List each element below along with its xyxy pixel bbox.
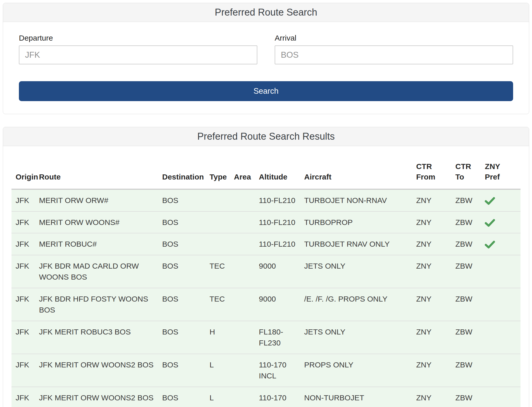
arrival-input[interactable] xyxy=(275,45,513,64)
cell-zny-pref xyxy=(485,288,521,321)
results-panel-title: Preferred Route Search Results xyxy=(3,127,529,146)
cell-type xyxy=(210,211,234,233)
column-header-area: Area xyxy=(234,149,259,189)
departure-input[interactable] xyxy=(19,45,257,64)
cell-ctr-from: ZNY xyxy=(416,255,455,288)
cell-zny-pref xyxy=(485,233,521,255)
cell-area xyxy=(234,255,259,288)
cell-ctr-from: ZNY xyxy=(416,211,455,233)
cell-aircraft: TURBOJET RNAV ONLY xyxy=(304,233,416,255)
search-panel: Preferred Route Search Departure Arrival… xyxy=(3,3,529,114)
cell-area xyxy=(234,189,259,211)
cell-destination: BOS xyxy=(162,354,209,387)
cell-altitude: 9000 xyxy=(259,288,304,321)
arrival-field-group: Arrival xyxy=(275,34,513,64)
search-button[interactable]: Search xyxy=(19,81,513,101)
check-icon xyxy=(485,197,495,205)
cell-aircraft: PROPS ONLY xyxy=(304,354,416,387)
cell-aircraft: JETS ONLY xyxy=(304,255,416,288)
table-row: JFKJFK MERIT ORW WOONS2 BOSBOSL110-170 I… xyxy=(11,354,521,387)
cell-destination: BOS xyxy=(162,233,209,255)
cell-altitude: 110-170 xyxy=(259,387,304,407)
arrival-label: Arrival xyxy=(275,34,513,42)
cell-origin: JFK xyxy=(11,189,39,211)
search-form: Departure Arrival Search xyxy=(3,22,529,114)
cell-area xyxy=(234,233,259,255)
cell-origin: JFK xyxy=(11,321,39,354)
cell-zny-pref xyxy=(485,255,521,288)
search-panel-title: Preferred Route Search xyxy=(3,3,529,22)
cell-origin: JFK xyxy=(11,288,39,321)
cell-route: JFK MERIT ORW WOONS2 BOS xyxy=(39,387,162,407)
column-header-route: Route xyxy=(39,149,162,189)
cell-origin: JFK xyxy=(11,354,39,387)
column-header-ctr-from: CTR From xyxy=(416,149,455,189)
cell-aircraft: JETS ONLY xyxy=(304,321,416,354)
cell-route: JFK MERIT ORW WOONS2 BOS xyxy=(39,354,162,387)
cell-destination: BOS xyxy=(162,288,209,321)
table-row: JFKJFK BDR MAD CARLD ORW WOONS BOSBOSTEC… xyxy=(11,255,521,288)
cell-destination: BOS xyxy=(162,321,209,354)
table-row: JFKMERIT ORW ORW#BOS110-FL210TURBOJET NO… xyxy=(11,189,521,211)
cell-destination: BOS xyxy=(162,189,209,211)
results-table-header: OriginRouteDestinationTypeAreaAltitudeAi… xyxy=(11,149,521,189)
cell-type: L xyxy=(210,354,234,387)
table-row: JFKJFK BDR HFD FOSTY WOONS BOSBOSTEC9000… xyxy=(11,288,521,321)
cell-type: L xyxy=(210,387,234,407)
cell-origin: JFK xyxy=(11,211,39,233)
cell-area xyxy=(234,387,259,407)
cell-ctr-from: ZNY xyxy=(416,189,455,211)
cell-aircraft: TURBOPROP xyxy=(304,211,416,233)
cell-ctr-to: ZBW xyxy=(455,288,485,321)
cell-zny-pref xyxy=(485,354,521,387)
table-row: JFKMERIT ROBUC#BOS110-FL210TURBOJET RNAV… xyxy=(11,233,521,255)
column-header-destination: Destination xyxy=(162,149,209,189)
cell-ctr-from: ZNY xyxy=(416,233,455,255)
table-row: JFKJFK MERIT ORW WOONS2 BOSBOSL110-170NO… xyxy=(11,387,521,407)
cell-ctr-to: ZBW xyxy=(455,233,485,255)
check-icon xyxy=(485,241,495,249)
cell-destination: BOS xyxy=(162,387,209,407)
cell-origin: JFK xyxy=(11,387,39,407)
header-row: OriginRouteDestinationTypeAreaAltitudeAi… xyxy=(11,149,521,189)
column-header-ctr-to: CTR To xyxy=(455,149,485,189)
cell-altitude: 9000 xyxy=(259,255,304,288)
cell-type: TEC xyxy=(210,288,234,321)
departure-field-group: Departure xyxy=(19,34,257,64)
cell-ctr-to: ZBW xyxy=(455,211,485,233)
cell-origin: JFK xyxy=(11,233,39,255)
cell-area xyxy=(234,354,259,387)
cell-route: JFK MERIT ROBUC3 BOS xyxy=(39,321,162,354)
cell-zny-pref xyxy=(485,211,521,233)
check-icon xyxy=(485,219,495,227)
results-table-container: OriginRouteDestinationTypeAreaAltitudeAi… xyxy=(3,146,529,407)
cell-zny-pref xyxy=(485,387,521,407)
cell-ctr-to: ZBW xyxy=(455,321,485,354)
cell-route: JFK BDR MAD CARLD ORW WOONS BOS xyxy=(39,255,162,288)
cell-type xyxy=(210,233,234,255)
results-panel: Preferred Route Search Results OriginRou… xyxy=(3,127,529,407)
column-header-zny-pref: ZNY Pref xyxy=(485,149,521,189)
cell-ctr-to: ZBW xyxy=(455,189,485,211)
cell-altitude: 110-FL210 xyxy=(259,211,304,233)
cell-route: JFK BDR HFD FOSTY WOONS BOS xyxy=(39,288,162,321)
cell-route: MERIT ROBUC# xyxy=(39,233,162,255)
cell-ctr-to: ZBW xyxy=(455,255,485,288)
column-header-aircraft: Aircraft xyxy=(304,149,416,189)
cell-altitude: 110-FL210 xyxy=(259,189,304,211)
cell-ctr-from: ZNY xyxy=(416,387,455,407)
departure-label: Departure xyxy=(19,34,257,42)
column-header-altitude: Altitude xyxy=(259,149,304,189)
cell-zny-pref xyxy=(485,321,521,354)
cell-type xyxy=(210,189,234,211)
cell-area xyxy=(234,211,259,233)
cell-origin: JFK xyxy=(11,255,39,288)
cell-aircraft: NON-TURBOJET xyxy=(304,387,416,407)
table-row: JFKMERIT ORW WOONS#BOS110-FL210TURBOPROP… xyxy=(11,211,521,233)
results-table-body: JFKMERIT ORW ORW#BOS110-FL210TURBOJET NO… xyxy=(11,189,521,407)
cell-altitude: 110-FL210 xyxy=(259,233,304,255)
table-row: JFKJFK MERIT ROBUC3 BOSBOSHFL180-FL230JE… xyxy=(11,321,521,354)
cell-zny-pref xyxy=(485,189,521,211)
cell-destination: BOS xyxy=(162,255,209,288)
cell-type: H xyxy=(210,321,234,354)
